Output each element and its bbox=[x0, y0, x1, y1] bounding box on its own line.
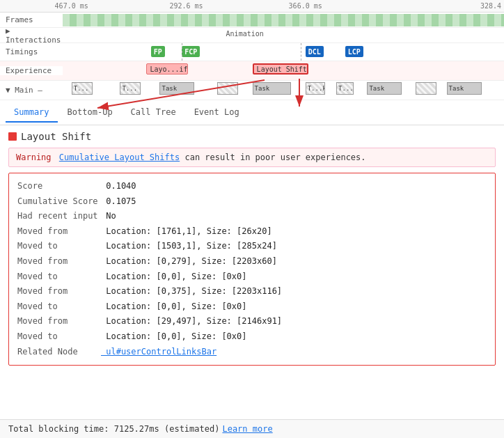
tabs-bar: Summary Bottom-Up Call Tree Event Log bbox=[0, 100, 504, 125]
detail-row: Score 0.1040 bbox=[17, 179, 487, 194]
task-block-3[interactable]: Task bbox=[159, 82, 194, 95]
detail-key: Moved to bbox=[17, 269, 101, 285]
detail-key: Moved from bbox=[17, 314, 101, 329]
layout-shift-icon bbox=[8, 132, 17, 141]
task-block-5[interactable]: Task bbox=[253, 82, 291, 95]
frames-row: Frames bbox=[0, 13, 504, 28]
main-row: ▼ Main — T... T... Task Task T...k T... … bbox=[0, 81, 504, 100]
details-box: Score 0.1040Cumulative Score 0.1075Had r… bbox=[8, 173, 496, 366]
detail-row: Moved to Location: [1503,1], Size: [285x… bbox=[17, 239, 487, 254]
panel-title: Layout Shift bbox=[0, 125, 504, 148]
interactions-track: Animation bbox=[63, 28, 504, 42]
detail-row: Moved to Location: [0,0], Size: [0x0] bbox=[17, 269, 487, 285]
warning-suffix-text: can result in poor user experiences. bbox=[184, 152, 365, 162]
task-block-4[interactable] bbox=[217, 82, 238, 95]
time-tick-4: 328.4 bbox=[480, 2, 501, 10]
task-block-2[interactable]: T... bbox=[120, 82, 141, 95]
interactions-label: ▶ Interactions bbox=[0, 28, 63, 43]
experience-label: Experience bbox=[0, 66, 63, 75]
lcp-badge: LCP bbox=[345, 46, 363, 57]
time-tick-1: 467.0 ms bbox=[55, 2, 88, 10]
detail-row: Had recent input No bbox=[17, 209, 487, 224]
cumulative-layout-shifts-link[interactable]: Cumulative Layout Shifts bbox=[59, 152, 180, 162]
detail-row: Cumulative Score 0.1075 bbox=[17, 194, 487, 210]
main-track: T... T... Task Task T...k T... Task Task bbox=[63, 81, 504, 100]
animation-label: Animation bbox=[226, 30, 264, 38]
detail-key: Moved to bbox=[17, 329, 101, 345]
detail-value: No bbox=[101, 209, 116, 224]
time-tick-3: 366.0 ms bbox=[289, 2, 322, 10]
timings-track: FP FCP DCL LCP bbox=[63, 43, 504, 61]
experience-track: Layo...ift Layout Shift bbox=[63, 61, 504, 80]
detail-key: Had recent input bbox=[17, 209, 101, 224]
detail-row: Moved from Location: [0,279], Size: [220… bbox=[17, 254, 487, 269]
fcp-badge: FCP bbox=[182, 46, 200, 57]
detail-value: Location: [29,497], Size: [2146x91] bbox=[101, 314, 282, 329]
tab-event-log[interactable]: Event Log bbox=[186, 103, 248, 123]
experience-row: Experience Layo...ift Layout Shift bbox=[0, 61, 504, 81]
detail-key: Related Node bbox=[17, 345, 101, 360]
detail-row: Moved from Location: [1761,1], Size: [26… bbox=[17, 224, 487, 240]
task-block-10[interactable]: Task bbox=[447, 82, 482, 95]
detail-key: Moved from bbox=[17, 254, 101, 269]
layout-shift-block-2[interactable]: Layout Shift bbox=[253, 63, 308, 75]
fp-badge: FP bbox=[151, 46, 165, 57]
tab-call-tree[interactable]: Call Tree bbox=[123, 103, 184, 123]
timings-label: Timings bbox=[0, 47, 63, 56]
detail-key: Score bbox=[17, 179, 101, 194]
task-block-8[interactable]: Task bbox=[367, 82, 402, 95]
tab-bottom-up[interactable]: Bottom-Up bbox=[59, 103, 121, 123]
detail-value: Location: [0,279], Size: [2203x60] bbox=[101, 254, 277, 269]
dashed-line-2 bbox=[301, 43, 301, 61]
layout-shift-block-1[interactable]: Layo...ift bbox=[146, 63, 188, 75]
detail-key: Moved from bbox=[17, 224, 101, 240]
time-markers-row: 467.0 ms 292.6 ms 366.0 ms 328.4 bbox=[0, 0, 504, 13]
task-block-6[interactable]: T...k bbox=[306, 82, 325, 95]
detail-row: Moved to Location: [0,0], Size: [0x0] bbox=[17, 329, 487, 345]
tab-summary[interactable]: Summary bbox=[6, 103, 58, 123]
task-block-9[interactable] bbox=[416, 82, 436, 95]
detail-value: Location: [0,375], Size: [2203x116] bbox=[101, 284, 282, 299]
detail-value: Location: [1761,1], Size: [26x20] bbox=[101, 224, 272, 240]
interactions-row: ▶ Interactions Animation bbox=[0, 28, 504, 43]
detail-key: Moved to bbox=[17, 299, 101, 315]
frames-track bbox=[63, 13, 504, 27]
detail-value[interactable]: ul#userControlLinksBar bbox=[101, 345, 216, 360]
frames-label: Frames bbox=[0, 15, 63, 24]
timings-row: Timings FP FCP DCL LCP bbox=[0, 43, 504, 61]
task-block-7[interactable]: T... bbox=[336, 82, 354, 95]
time-tick-2: 292.6 ms bbox=[169, 2, 203, 10]
detail-key: Moved to bbox=[17, 239, 101, 254]
detail-row: Moved to Location: [0,0], Size: [0x0] bbox=[17, 299, 487, 315]
task-block-1[interactable]: T... bbox=[72, 82, 93, 95]
main-label: ▼ Main — bbox=[0, 86, 63, 95]
detail-value: Location: [0,0], Size: [0x0] bbox=[101, 269, 247, 285]
detail-row: Related Node ul#userControlLinksBar bbox=[17, 345, 487, 360]
dashed-line-1 bbox=[182, 43, 182, 61]
frames-bar bbox=[63, 14, 504, 26]
detail-value: Location: [0,0], Size: [0x0] bbox=[101, 329, 247, 345]
detail-value: Location: [0,0], Size: [0x0] bbox=[101, 299, 247, 315]
detail-row: Moved from Location: [29,497], Size: [21… bbox=[17, 314, 487, 329]
detail-value: 0.1075 bbox=[101, 194, 136, 210]
detail-key: Moved from bbox=[17, 284, 101, 299]
panel-title-text: Layout Shift bbox=[21, 131, 91, 142]
detail-value: 0.1040 bbox=[101, 179, 136, 194]
detail-value: Location: [1503,1], Size: [285x24] bbox=[101, 239, 277, 254]
warning-bar: Warning Cumulative Layout Shifts can res… bbox=[8, 148, 496, 167]
warning-label: Warning bbox=[16, 152, 52, 162]
detail-row: Moved from Location: [0,375], Size: [220… bbox=[17, 284, 487, 299]
dcl-badge: DCL bbox=[306, 46, 324, 57]
detail-key: Cumulative Score bbox=[17, 194, 101, 210]
